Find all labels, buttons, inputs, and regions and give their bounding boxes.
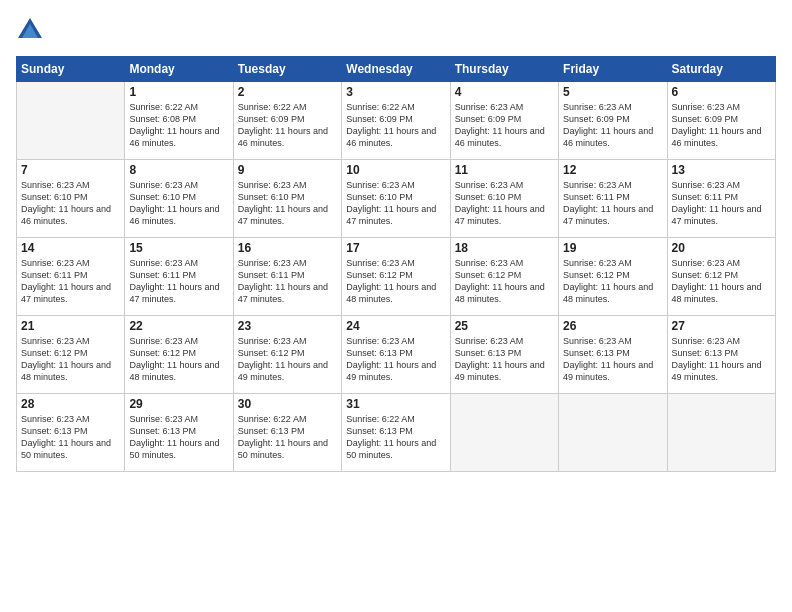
calendar-cell: 1Sunrise: 6:22 AMSunset: 6:08 PMDaylight… [125, 82, 233, 160]
day-info: Sunrise: 6:23 AMSunset: 6:09 PMDaylight:… [455, 101, 554, 150]
calendar-cell [17, 82, 125, 160]
calendar-cell: 12Sunrise: 6:23 AMSunset: 6:11 PMDayligh… [559, 160, 667, 238]
day-info: Sunrise: 6:23 AMSunset: 6:10 PMDaylight:… [21, 179, 120, 228]
calendar-cell [450, 394, 558, 472]
calendar-cell: 13Sunrise: 6:23 AMSunset: 6:11 PMDayligh… [667, 160, 775, 238]
day-info: Sunrise: 6:23 AMSunset: 6:13 PMDaylight:… [672, 335, 771, 384]
day-number: 8 [129, 163, 228, 177]
day-number: 24 [346, 319, 445, 333]
calendar-cell: 21Sunrise: 6:23 AMSunset: 6:12 PMDayligh… [17, 316, 125, 394]
day-number: 23 [238, 319, 337, 333]
calendar-cell: 25Sunrise: 6:23 AMSunset: 6:13 PMDayligh… [450, 316, 558, 394]
day-number: 26 [563, 319, 662, 333]
day-info: Sunrise: 6:23 AMSunset: 6:11 PMDaylight:… [672, 179, 771, 228]
day-info: Sunrise: 6:22 AMSunset: 6:09 PMDaylight:… [238, 101, 337, 150]
calendar-table: SundayMondayTuesdayWednesdayThursdayFrid… [16, 56, 776, 472]
day-info: Sunrise: 6:23 AMSunset: 6:10 PMDaylight:… [346, 179, 445, 228]
calendar-cell: 26Sunrise: 6:23 AMSunset: 6:13 PMDayligh… [559, 316, 667, 394]
day-info: Sunrise: 6:23 AMSunset: 6:12 PMDaylight:… [129, 335, 228, 384]
day-number: 17 [346, 241, 445, 255]
day-number: 22 [129, 319, 228, 333]
day-info: Sunrise: 6:22 AMSunset: 6:13 PMDaylight:… [346, 413, 445, 462]
day-number: 6 [672, 85, 771, 99]
weekday-header-saturday: Saturday [667, 57, 775, 82]
day-info: Sunrise: 6:22 AMSunset: 6:09 PMDaylight:… [346, 101, 445, 150]
weekday-header-sunday: Sunday [17, 57, 125, 82]
day-number: 15 [129, 241, 228, 255]
calendar-cell: 23Sunrise: 6:23 AMSunset: 6:12 PMDayligh… [233, 316, 341, 394]
calendar-cell: 31Sunrise: 6:22 AMSunset: 6:13 PMDayligh… [342, 394, 450, 472]
day-number: 31 [346, 397, 445, 411]
weekday-header-wednesday: Wednesday [342, 57, 450, 82]
day-info: Sunrise: 6:22 AMSunset: 6:08 PMDaylight:… [129, 101, 228, 150]
weekday-header-row: SundayMondayTuesdayWednesdayThursdayFrid… [17, 57, 776, 82]
day-number: 10 [346, 163, 445, 177]
calendar-cell: 11Sunrise: 6:23 AMSunset: 6:10 PMDayligh… [450, 160, 558, 238]
day-number: 5 [563, 85, 662, 99]
day-number: 30 [238, 397, 337, 411]
calendar-cell: 4Sunrise: 6:23 AMSunset: 6:09 PMDaylight… [450, 82, 558, 160]
day-info: Sunrise: 6:23 AMSunset: 6:12 PMDaylight:… [21, 335, 120, 384]
day-number: 2 [238, 85, 337, 99]
calendar-cell: 5Sunrise: 6:23 AMSunset: 6:09 PMDaylight… [559, 82, 667, 160]
calendar-cell: 27Sunrise: 6:23 AMSunset: 6:13 PMDayligh… [667, 316, 775, 394]
day-number: 13 [672, 163, 771, 177]
page: SundayMondayTuesdayWednesdayThursdayFrid… [0, 0, 792, 612]
day-number: 12 [563, 163, 662, 177]
calendar-week-row: 28Sunrise: 6:23 AMSunset: 6:13 PMDayligh… [17, 394, 776, 472]
day-number: 16 [238, 241, 337, 255]
day-info: Sunrise: 6:23 AMSunset: 6:13 PMDaylight:… [455, 335, 554, 384]
day-number: 20 [672, 241, 771, 255]
day-info: Sunrise: 6:23 AMSunset: 6:11 PMDaylight:… [21, 257, 120, 306]
calendar-week-row: 14Sunrise: 6:23 AMSunset: 6:11 PMDayligh… [17, 238, 776, 316]
calendar-cell: 20Sunrise: 6:23 AMSunset: 6:12 PMDayligh… [667, 238, 775, 316]
day-info: Sunrise: 6:23 AMSunset: 6:10 PMDaylight:… [455, 179, 554, 228]
calendar-week-row: 21Sunrise: 6:23 AMSunset: 6:12 PMDayligh… [17, 316, 776, 394]
day-info: Sunrise: 6:23 AMSunset: 6:10 PMDaylight:… [238, 179, 337, 228]
day-info: Sunrise: 6:23 AMSunset: 6:11 PMDaylight:… [129, 257, 228, 306]
day-info: Sunrise: 6:23 AMSunset: 6:12 PMDaylight:… [346, 257, 445, 306]
logo [16, 16, 48, 44]
calendar-cell: 15Sunrise: 6:23 AMSunset: 6:11 PMDayligh… [125, 238, 233, 316]
calendar-cell: 2Sunrise: 6:22 AMSunset: 6:09 PMDaylight… [233, 82, 341, 160]
day-info: Sunrise: 6:23 AMSunset: 6:12 PMDaylight:… [238, 335, 337, 384]
calendar-week-row: 1Sunrise: 6:22 AMSunset: 6:08 PMDaylight… [17, 82, 776, 160]
calendar-cell: 24Sunrise: 6:23 AMSunset: 6:13 PMDayligh… [342, 316, 450, 394]
day-number: 14 [21, 241, 120, 255]
calendar-cell: 6Sunrise: 6:23 AMSunset: 6:09 PMDaylight… [667, 82, 775, 160]
calendar-week-row: 7Sunrise: 6:23 AMSunset: 6:10 PMDaylight… [17, 160, 776, 238]
day-info: Sunrise: 6:23 AMSunset: 6:13 PMDaylight:… [563, 335, 662, 384]
day-info: Sunrise: 6:22 AMSunset: 6:13 PMDaylight:… [238, 413, 337, 462]
day-info: Sunrise: 6:23 AMSunset: 6:11 PMDaylight:… [238, 257, 337, 306]
day-info: Sunrise: 6:23 AMSunset: 6:12 PMDaylight:… [455, 257, 554, 306]
day-info: Sunrise: 6:23 AMSunset: 6:11 PMDaylight:… [563, 179, 662, 228]
day-number: 4 [455, 85, 554, 99]
day-number: 9 [238, 163, 337, 177]
day-number: 19 [563, 241, 662, 255]
day-info: Sunrise: 6:23 AMSunset: 6:12 PMDaylight:… [563, 257, 662, 306]
day-number: 28 [21, 397, 120, 411]
day-number: 3 [346, 85, 445, 99]
calendar-cell: 9Sunrise: 6:23 AMSunset: 6:10 PMDaylight… [233, 160, 341, 238]
day-info: Sunrise: 6:23 AMSunset: 6:13 PMDaylight:… [346, 335, 445, 384]
day-number: 29 [129, 397, 228, 411]
logo-icon [16, 16, 44, 44]
day-info: Sunrise: 6:23 AMSunset: 6:09 PMDaylight:… [563, 101, 662, 150]
weekday-header-monday: Monday [125, 57, 233, 82]
calendar-cell: 3Sunrise: 6:22 AMSunset: 6:09 PMDaylight… [342, 82, 450, 160]
day-info: Sunrise: 6:23 AMSunset: 6:13 PMDaylight:… [21, 413, 120, 462]
day-number: 25 [455, 319, 554, 333]
calendar-cell [559, 394, 667, 472]
day-number: 27 [672, 319, 771, 333]
calendar-cell: 22Sunrise: 6:23 AMSunset: 6:12 PMDayligh… [125, 316, 233, 394]
day-info: Sunrise: 6:23 AMSunset: 6:12 PMDaylight:… [672, 257, 771, 306]
calendar-cell: 10Sunrise: 6:23 AMSunset: 6:10 PMDayligh… [342, 160, 450, 238]
calendar-cell [667, 394, 775, 472]
calendar-cell: 16Sunrise: 6:23 AMSunset: 6:11 PMDayligh… [233, 238, 341, 316]
day-info: Sunrise: 6:23 AMSunset: 6:09 PMDaylight:… [672, 101, 771, 150]
day-number: 1 [129, 85, 228, 99]
day-info: Sunrise: 6:23 AMSunset: 6:13 PMDaylight:… [129, 413, 228, 462]
weekday-header-tuesday: Tuesday [233, 57, 341, 82]
day-number: 21 [21, 319, 120, 333]
calendar-cell: 18Sunrise: 6:23 AMSunset: 6:12 PMDayligh… [450, 238, 558, 316]
